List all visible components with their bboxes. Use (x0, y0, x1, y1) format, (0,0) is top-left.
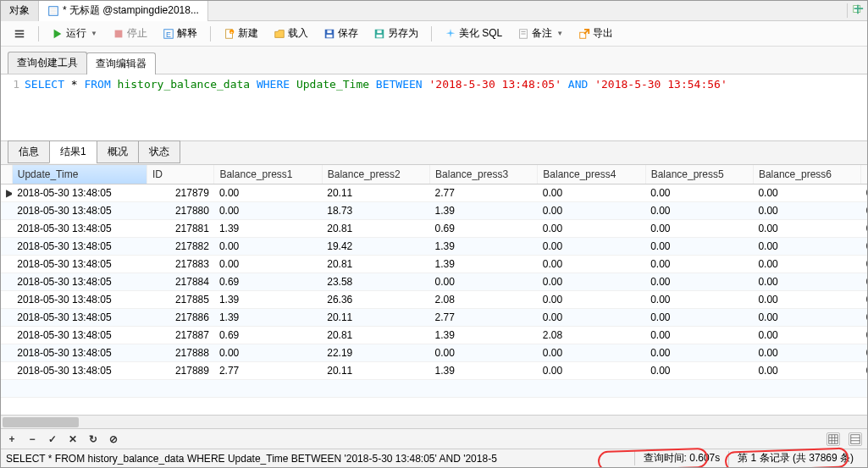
cell[interactable]: 0.00 (430, 273, 538, 291)
cell[interactable]: 1.39 (430, 238, 538, 256)
col-Balance_press1[interactable]: Balance_press1 (214, 165, 322, 184)
col-Balance_press4[interactable]: Balance_press4 (538, 165, 645, 184)
horizontal-scrollbar[interactable] (1, 415, 867, 428)
cancel-button[interactable]: ✕ (67, 433, 79, 445)
grid-scroll[interactable]: Update_TimeIDBalance_press1Balance_press… (1, 165, 867, 415)
menu-button[interactable] (8, 25, 31, 42)
cell[interactable]: 20.11 (322, 309, 429, 327)
cell[interactable]: 0.00 (645, 238, 753, 256)
table-row[interactable]: 2018-05-30 13:48:052178840.6923.580.000.… (1, 273, 867, 291)
cell[interactable]: 2.08 (538, 327, 645, 344)
cell[interactable]: 0.69 (214, 273, 322, 291)
add-row-button[interactable]: + (6, 433, 18, 445)
cell[interactable]: 217880 (147, 202, 214, 220)
delete-row-button[interactable]: − (26, 433, 38, 445)
cell[interactable]: 2.77 (430, 309, 538, 327)
cell[interactable]: 217887 (147, 327, 214, 344)
cell[interactable]: 0.00 (538, 184, 645, 202)
export-button[interactable]: 导出 (572, 24, 619, 43)
subtab-builder[interactable]: 查询创建工具 (8, 52, 87, 74)
cell[interactable]: 0.00 (538, 344, 645, 362)
cell[interactable]: 0.00 (861, 327, 867, 344)
cell[interactable]: 0.00 (645, 220, 753, 238)
cell[interactable]: 20.11 (322, 184, 429, 202)
table-row[interactable]: 2018-05-30 13:48:052178811.3920.810.690.… (1, 220, 867, 238)
cell[interactable]: 23.58 (322, 273, 429, 291)
cell[interactable]: 2.77 (214, 362, 322, 380)
col-Update_Time[interactable]: Update_Time (12, 165, 147, 184)
cell[interactable]: 26.36 (322, 291, 429, 309)
cell[interactable]: 0.00 (753, 238, 860, 256)
cell[interactable]: 217884 (147, 273, 214, 291)
cell[interactable]: 2018-05-30 13:48:05 (12, 327, 147, 344)
cell[interactable]: 0.00 (753, 273, 860, 291)
cell[interactable]: 0.00 (861, 273, 867, 291)
load-button[interactable]: 载入 (268, 24, 314, 43)
cell[interactable]: 0.00 (753, 309, 860, 327)
cell[interactable]: 1.39 (214, 291, 322, 309)
cell[interactable]: 0.00 (861, 256, 867, 273)
col-Balance[interactable]: Balance (861, 165, 867, 184)
cell[interactable]: 217882 (147, 238, 214, 256)
cell[interactable]: 0.69 (430, 220, 538, 238)
cell[interactable]: 217888 (147, 344, 214, 362)
cell[interactable]: 0.00 (645, 309, 753, 327)
cell[interactable]: 0.00 (214, 256, 322, 273)
col-Balance_press3[interactable]: Balance_press3 (430, 165, 538, 184)
form-view-icon[interactable] (849, 432, 862, 446)
cell[interactable]: 0.00 (538, 309, 645, 327)
cell[interactable]: 20.81 (322, 327, 429, 344)
cell[interactable]: 217886 (147, 309, 214, 327)
cell[interactable]: 217879 (147, 184, 214, 202)
cell[interactable]: 0.00 (753, 202, 860, 220)
subtab-editor[interactable]: 查询编辑器 (86, 52, 156, 74)
cell[interactable]: 0.00 (645, 202, 753, 220)
col-Balance_press5[interactable]: Balance_press5 (645, 165, 753, 184)
cell[interactable]: 20.11 (322, 362, 429, 380)
cell[interactable]: 0.00 (538, 256, 645, 273)
cell[interactable]: 2018-05-30 13:48:05 (12, 291, 147, 309)
cell[interactable]: 0.00 (861, 362, 867, 380)
sql-editor[interactable]: 1 SELECT * FROM history_balance_data WHE… (1, 74, 867, 140)
cell[interactable]: 0.00 (214, 202, 322, 220)
cell[interactable]: 2.08 (430, 291, 538, 309)
cell[interactable]: 1.39 (430, 256, 538, 273)
cell[interactable]: 2018-05-30 13:48:05 (12, 309, 147, 327)
cell[interactable]: 0.00 (430, 344, 538, 362)
cell[interactable]: 0.00 (753, 362, 860, 380)
cell[interactable]: 0.00 (861, 202, 867, 220)
cell[interactable]: 0.00 (645, 327, 753, 344)
apply-button[interactable]: ✓ (47, 433, 58, 445)
cell[interactable]: 0.00 (753, 291, 860, 309)
cell[interactable]: 19.42 (322, 238, 429, 256)
saveas-button[interactable]: 另存为 (368, 24, 424, 43)
table-row[interactable]: 2018-05-30 13:48:052178800.0018.731.390.… (1, 202, 867, 220)
cell[interactable]: 20.81 (322, 220, 429, 238)
cell[interactable]: 217881 (147, 220, 214, 238)
cell[interactable]: 1.39 (430, 327, 538, 344)
rtab-info[interactable]: 信息 (8, 140, 50, 163)
cell[interactable]: 0.00 (861, 344, 867, 362)
cell[interactable]: 2018-05-30 13:48:05 (12, 256, 147, 273)
table-row[interactable]: 2018-05-30 13:48:052178851.3926.362.080.… (1, 291, 867, 309)
cell[interactable]: 18.73 (322, 202, 429, 220)
cell[interactable]: 217883 (147, 256, 214, 273)
cell[interactable]: 2018-05-30 13:48:05 (12, 238, 147, 256)
cell[interactable]: 2.77 (430, 184, 538, 202)
cell[interactable]: 1.39 (214, 220, 322, 238)
cell[interactable]: 2018-05-30 13:48:05 (12, 202, 147, 220)
cell[interactable]: 0.00 (753, 220, 860, 238)
cell[interactable]: 1.39 (214, 309, 322, 327)
cell[interactable]: 0.00 (861, 184, 867, 202)
cell[interactable]: 0.00 (645, 184, 753, 202)
cell[interactable]: 217889 (147, 362, 214, 380)
beautify-button[interactable]: 美化 SQL (439, 24, 508, 43)
cell[interactable]: 0.00 (645, 362, 753, 380)
cell[interactable]: 0.00 (645, 344, 753, 362)
cell[interactable]: 0.00 (538, 238, 645, 256)
cell[interactable]: 0.00 (753, 184, 860, 202)
rtab-profile[interactable]: 概况 (97, 140, 139, 163)
new-tab-button[interactable] (847, 3, 867, 18)
cell[interactable]: 2018-05-30 13:48:05 (12, 273, 147, 291)
run-button[interactable]: 运行 ▼ (46, 24, 103, 43)
